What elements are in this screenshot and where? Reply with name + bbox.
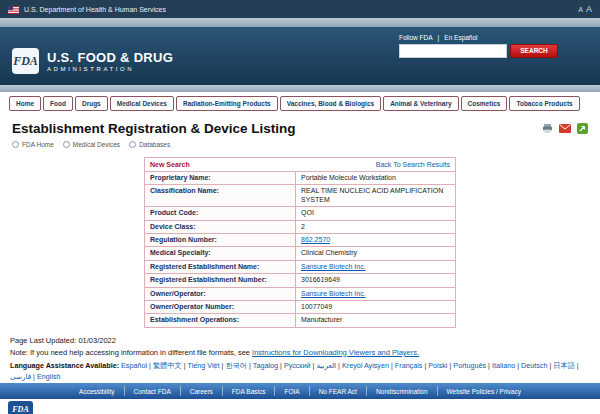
main-nav: HomeFoodDrugsMedical DevicesRadiation-Em… — [0, 92, 600, 114]
footer-link[interactable]: Careers — [181, 388, 222, 395]
text-resize-control[interactable]: A A — [578, 4, 592, 14]
fda-logo[interactable]: FDA — [12, 48, 39, 74]
language-link[interactable]: Tagalog — [253, 361, 278, 370]
breadcrumb-link[interactable]: Medical Devices — [73, 141, 120, 148]
field-label: Classification Name: — [145, 185, 296, 206]
language-link[interactable]: Deutsch — [521, 361, 547, 370]
field-label: Establishment Operations: — [145, 314, 296, 326]
page-last-updated: Page Last Updated: 01/03/2022 — [0, 328, 600, 345]
nav-tab[interactable]: Radiation-Emitting Products — [176, 96, 278, 111]
follow-row: Follow FDA | En Español — [399, 34, 558, 41]
breadcrumb-item: Databases — [129, 141, 170, 148]
detail-fields: Proprietary Name: Portable Molecule Work… — [144, 172, 456, 328]
printer-icon[interactable] — [542, 123, 553, 134]
nav-tab[interactable]: Vaccines, Blood & Biologics — [280, 96, 381, 111]
field-value: Portable Molecule Workstation — [301, 174, 396, 181]
language-link[interactable]: English — [37, 372, 61, 381]
footer-fda-logo[interactable]: FDA — [8, 401, 33, 414]
field-value: 10077049 — [301, 303, 332, 310]
nav-tab[interactable]: Animal & Veterinary — [383, 96, 458, 111]
follow-divider: | — [438, 34, 440, 41]
en-espanol-link[interactable]: En Español — [444, 34, 477, 41]
new-search-link[interactable]: New Search — [150, 161, 190, 168]
language-link[interactable]: Español — [121, 361, 147, 370]
field-row: Registered Establishment Name: Sansure B… — [144, 261, 456, 274]
breadcrumb-link[interactable]: Databases — [139, 141, 170, 148]
nav-tab[interactable]: Tobacco Products — [509, 96, 579, 111]
language-assistance: Language Assistance Available: Español繁體… — [0, 357, 600, 382]
breadcrumb-dot-icon — [63, 141, 70, 148]
search-button[interactable]: SEARCH — [510, 44, 558, 58]
language-link[interactable]: العربية — [316, 361, 336, 370]
text-smaller-button[interactable]: A — [578, 6, 583, 13]
header-top-band — [0, 18, 600, 27]
breadcrumb-dot-icon — [129, 141, 136, 148]
text-larger-button[interactable]: A — [586, 4, 592, 14]
main-content: Establishment Registration & Device List… — [0, 114, 600, 382]
language-link[interactable]: Русский — [284, 361, 311, 370]
footer-link[interactable]: Nondiscrimination — [367, 388, 437, 395]
field-row: Classification Name: REAL TIME NUCLEIC A… — [144, 185, 456, 207]
breadcrumb-dot-icon — [12, 141, 19, 148]
us-flag-icon — [8, 0, 19, 18]
viewers-players-link[interactable]: Instructions for Downloading Viewers and… — [252, 348, 419, 357]
nav-tab[interactable]: Medical Devices — [110, 96, 174, 111]
field-row: Owner/Operator Number: 10077049 — [144, 301, 456, 314]
field-label: Device Class: — [145, 221, 296, 233]
file-formats-note: Note: If you need help accessing informa… — [0, 345, 600, 357]
language-assistance-label: Language Assistance Available: — [10, 361, 119, 370]
footer-link[interactable]: No FEAR Act — [310, 388, 366, 395]
field-label: Registered Establishment Name: — [145, 261, 296, 273]
back-to-results-link[interactable]: Back To Search Results — [376, 161, 450, 168]
language-link[interactable]: 繁體中文 — [153, 361, 182, 370]
field-value[interactable]: Sansure Biotech Inc. — [301, 290, 366, 297]
field-value: REAL TIME NUCLEIC ACID AMPLIFICATION SYS… — [301, 187, 443, 202]
field-row: Device Class: 2 — [144, 221, 456, 234]
footer-link[interactable]: Accessibility — [70, 388, 123, 395]
field-value: Manufacturer — [301, 316, 342, 323]
nav-tab[interactable]: Home — [9, 96, 41, 111]
nav-tab[interactable]: Food — [43, 96, 73, 111]
site-title: U.S. FOOD & DRUG — [47, 50, 173, 65]
breadcrumb-link[interactable]: FDA Home — [22, 141, 54, 148]
hhs-bar: U.S. Department of Health & Human Servic… — [0, 0, 600, 18]
language-link[interactable]: Português — [453, 361, 486, 370]
field-label: Registered Establishment Number: — [145, 274, 296, 286]
breadcrumb-item: Medical Devices — [63, 141, 120, 148]
footer-link[interactable]: FOIA — [275, 388, 308, 395]
follow-fda-link[interactable]: Follow FDA — [399, 34, 433, 41]
field-label: Regulation Number: — [145, 234, 296, 246]
device-detail-table: New Search Back To Search Results Propri… — [144, 157, 456, 328]
language-link[interactable]: فارسی — [10, 372, 31, 381]
nav-tab[interactable]: Cosmetics — [461, 96, 508, 111]
field-label: Medical Specialty: — [145, 247, 296, 259]
field-value[interactable]: 862.2570 — [301, 236, 330, 243]
field-row: Product Code: QOI — [144, 207, 456, 220]
language-link[interactable]: 한국어 — [225, 361, 247, 370]
language-link[interactable]: Français — [395, 361, 423, 370]
field-row: Establishment Operations: Manufacturer — [144, 314, 456, 327]
language-link[interactable]: Polski — [428, 361, 447, 370]
field-label: Owner/Operator Number: — [145, 301, 296, 313]
language-link[interactable]: 日本語 — [553, 361, 575, 370]
detail-table-header: New Search Back To Search Results — [144, 157, 456, 172]
field-value: 2 — [301, 223, 305, 230]
share-icon[interactable] — [577, 123, 588, 134]
footer-link[interactable]: FDA Basics — [223, 388, 275, 395]
language-link[interactable]: Kreyòl Ayisyen — [342, 361, 389, 370]
site-subtitle: ADMINISTRATION — [47, 66, 173, 72]
footer-link[interactable]: Contact FDA — [125, 388, 180, 395]
breadcrumb: FDA Home Medical Devices Databases — [0, 138, 600, 150]
masthead-utilities: Follow FDA | En Español SEARCH — [399, 34, 558, 85]
footer-link[interactable]: Website Policies / Privacy — [438, 388, 530, 395]
envelope-icon[interactable] — [559, 124, 571, 133]
field-value[interactable]: Sansure Biotech Inc. — [301, 263, 366, 270]
field-row: Proprietary Name: Portable Molecule Work… — [144, 172, 456, 185]
site-search: SEARCH — [399, 44, 558, 58]
field-value: QOI — [301, 209, 314, 216]
nav-tab[interactable]: Drugs — [75, 96, 108, 111]
search-input[interactable] — [399, 44, 507, 58]
hhs-department-link[interactable]: U.S. Department of Health & Human Servic… — [24, 6, 166, 13]
language-link[interactable]: Tiếng Việt — [188, 361, 220, 370]
language-link[interactable]: Italiano — [492, 361, 515, 370]
